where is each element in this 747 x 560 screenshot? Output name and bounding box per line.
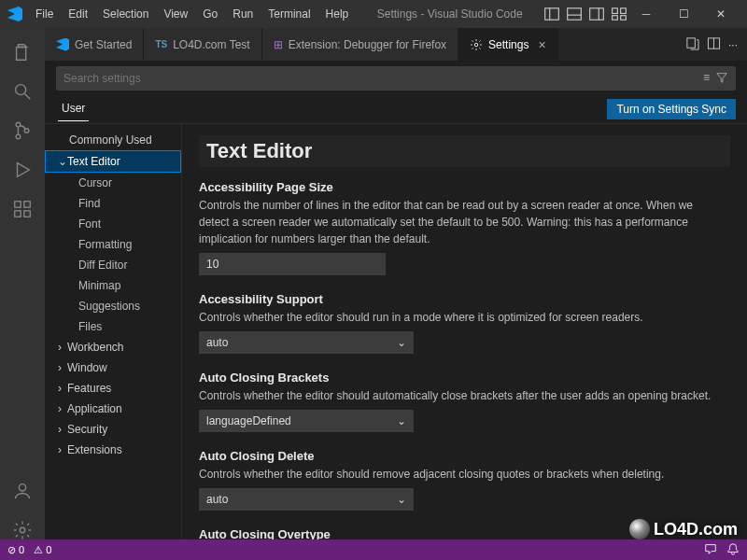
menubar: File Edit Selection View Go Run Terminal… (28, 4, 356, 24)
clear-search-icon[interactable]: ≡ (703, 71, 710, 87)
settings-scope-row: User Turn on Settings Sync (45, 94, 747, 124)
source-control-icon[interactable] (0, 112, 45, 149)
toc-files[interactable]: Files (45, 316, 181, 337)
toc-find[interactable]: Find (45, 193, 181, 214)
settings-toc: Commonly Used Text Editor Cursor Find Fo… (45, 124, 182, 549)
settings-sync-button[interactable]: Turn on Settings Sync (607, 99, 736, 119)
toc-minimap[interactable]: Minimap (45, 275, 181, 296)
toggle-panel-left-icon[interactable] (543, 6, 560, 22)
svg-marker-15 (18, 163, 30, 177)
account-icon[interactable] (0, 472, 45, 510)
toggle-panel-bottom-icon[interactable] (566, 6, 583, 22)
setting-title: Auto Closing Delete (199, 449, 730, 463)
tab-label: Settings (488, 38, 529, 51)
toc-window[interactable]: Window (45, 357, 181, 378)
toc-text-editor[interactable]: Text Editor (45, 150, 181, 173)
feedback-icon[interactable] (704, 542, 717, 557)
status-warnings[interactable]: ⚠ 0 (34, 544, 51, 556)
svg-rect-17 (15, 211, 21, 217)
extension-icon: ⊞ (274, 38, 283, 51)
settings-search[interactable]: ≡ (56, 66, 736, 91)
scope-user-tab[interactable]: User (58, 96, 89, 121)
svg-line-11 (25, 94, 31, 100)
layout-controls (543, 6, 627, 22)
tab-label: Get Started (75, 38, 132, 51)
svg-rect-19 (24, 202, 30, 207)
svg-rect-2 (568, 8, 582, 20)
svg-rect-8 (613, 16, 618, 21)
toc-security[interactable]: Security (45, 419, 181, 440)
filter-icon[interactable] (715, 71, 728, 87)
svg-rect-6 (613, 8, 618, 14)
menu-run[interactable]: Run (225, 4, 261, 24)
setting-select[interactable]: auto⌄ (199, 331, 414, 354)
tab-bar: Get Started TS LO4D.com Test ⊞ Extension… (45, 28, 747, 61)
setting-select[interactable]: languageDefined⌄ (199, 410, 414, 432)
settings-list[interactable]: Text Editor Accessibility Page Size Cont… (182, 124, 747, 549)
toc-extensions[interactable]: Extensions (45, 440, 181, 460)
vscode-logo-icon (7, 7, 22, 21)
svg-point-21 (20, 527, 25, 533)
more-actions-icon[interactable]: ··· (728, 38, 738, 51)
toc-application[interactable]: Application (45, 399, 181, 419)
setting-accessibility-page-size: Accessibility Page Size Controls the num… (199, 180, 730, 275)
notifications-icon[interactable] (726, 542, 740, 557)
chevron-down-icon: ⌄ (397, 414, 406, 427)
search-input[interactable] (63, 72, 703, 85)
menu-edit[interactable]: Edit (61, 4, 95, 24)
tab-get-started[interactable]: Get Started (45, 28, 144, 61)
search-icon[interactable] (0, 73, 45, 110)
editor-group: Get Started TS LO4D.com Test ⊞ Extension… (45, 28, 747, 549)
tab-lo4d-test[interactable]: TS LO4D.com Test (144, 28, 261, 61)
toc-cursor[interactable]: Cursor (45, 173, 181, 193)
svg-point-22 (474, 43, 478, 47)
svg-point-12 (16, 122, 21, 127)
toc-diff-editor[interactable]: Diff Editor (45, 255, 181, 275)
menu-help[interactable]: Help (318, 4, 357, 24)
svg-point-20 (19, 484, 25, 491)
toc-font[interactable]: Font (45, 214, 181, 234)
explorer-icon[interactable] (0, 34, 45, 71)
menu-go[interactable]: Go (195, 4, 225, 24)
toggle-panel-right-icon[interactable] (588, 6, 605, 22)
status-bar: ⊘ 0 ⚠ 0 (0, 539, 747, 560)
tab-settings[interactable]: Settings × (458, 28, 558, 61)
setting-select[interactable]: auto⌄ (199, 488, 414, 511)
customize-layout-icon[interactable] (611, 6, 627, 22)
setting-input[interactable] (199, 253, 386, 275)
status-errors[interactable]: ⊘ 0 (7, 544, 24, 556)
setting-description: Controls whether the editor should run i… (199, 309, 722, 326)
setting-accessibility-support: Accessibility Support Controls whether t… (199, 292, 730, 354)
svg-rect-7 (621, 8, 627, 14)
close-window-button[interactable]: ✕ (702, 7, 740, 21)
setting-description: Controls whether the editor should autom… (199, 387, 722, 404)
tab-extension-firefox[interactable]: ⊞ Extension: Debugger for Firefox (262, 28, 458, 61)
vscode-icon (56, 38, 69, 51)
split-editor-icon[interactable] (707, 36, 721, 53)
toc-workbench[interactable]: Workbench (45, 337, 181, 357)
setting-title: Accessibility Support (199, 292, 730, 306)
svg-rect-23 (687, 37, 695, 47)
menu-terminal[interactable]: Terminal (261, 4, 317, 24)
run-debug-icon[interactable] (0, 151, 45, 189)
minimize-button[interactable]: ─ (627, 7, 665, 21)
close-icon[interactable]: × (538, 37, 545, 52)
chevron-down-icon: ⌄ (397, 493, 406, 506)
menu-view[interactable]: View (156, 4, 195, 24)
menu-selection[interactable]: Selection (95, 4, 156, 24)
open-settings-json-icon[interactable] (685, 36, 699, 53)
svg-rect-9 (621, 16, 627, 21)
toc-commonly-used[interactable]: Commonly Used (45, 130, 181, 150)
svg-point-14 (24, 129, 29, 133)
svg-rect-0 (545, 8, 559, 20)
setting-description: Controls the number of lines in the edit… (199, 197, 722, 247)
menu-file[interactable]: File (28, 4, 61, 24)
tab-label: Extension: Debugger for Firefox (289, 38, 446, 51)
toc-features[interactable]: Features (45, 378, 181, 399)
setting-auto-closing-delete: Auto Closing Delete Controls whether the… (199, 449, 730, 511)
maximize-button[interactable]: ☐ (665, 7, 702, 21)
titlebar: File Edit Selection View Go Run Terminal… (0, 0, 747, 28)
toc-suggestions[interactable]: Suggestions (45, 296, 181, 316)
toc-formatting[interactable]: Formatting (45, 234, 181, 255)
extensions-icon[interactable] (0, 190, 45, 228)
